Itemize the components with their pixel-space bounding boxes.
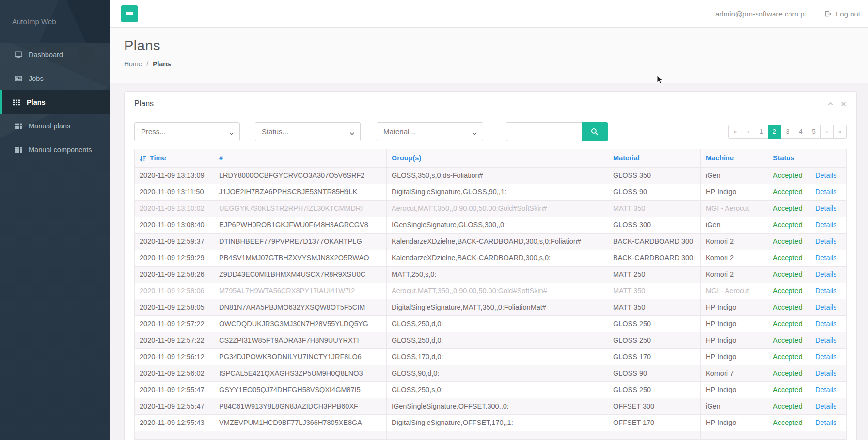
column-header-material[interactable]: Material	[608, 149, 701, 168]
machine-cell: HP Indigo	[701, 316, 758, 332]
spacer-cell	[758, 365, 768, 382]
column-header-group-s-[interactable]: Group(s)	[387, 149, 608, 168]
status-cell: Accepted	[768, 217, 810, 234]
status-cell: Accepted	[768, 250, 810, 267]
groups-cell: GLOSS,90,d,0:	[387, 365, 608, 382]
status-cell	[768, 431, 810, 440]
page-header: Plans Home / Plans	[110, 28, 868, 83]
time-cell: 2020-11-09 12:58:05	[135, 299, 214, 316]
collapse-panel-button chevron-up-icon[interactable]	[827, 101, 834, 107]
plan-id-cell: M795AL7H9WTA56CRX8PY17IAUI41W7I2	[214, 283, 387, 299]
pagination-last[interactable]: »	[833, 125, 847, 139]
plan-id-cell: ISPCAL5E421QXAGHS3ZP5UM9H0Q8LNO3	[214, 365, 387, 382]
pagination-page-2[interactable]: 2	[768, 125, 781, 139]
column-header--[interactable]: #	[214, 149, 387, 168]
table-row: 2020-11-09 12:56:02ISPCAL5E421QXAGHS3ZP5…	[135, 365, 847, 382]
material-filter-select[interactable]: Material...	[377, 122, 483, 141]
time-cell: 2020-11-09 12:58:26	[135, 267, 214, 283]
chevron-down-icon	[229, 129, 234, 135]
spacer-cell	[758, 431, 768, 440]
time-cell: 2020-11-09 12:56:12	[135, 349, 214, 365]
details-link[interactable]: Details	[815, 303, 836, 311]
pagination-next[interactable]: ›	[820, 125, 834, 139]
sidebar-item-label: Manual components	[29, 146, 92, 154]
details-cell: Details	[810, 349, 847, 365]
details-link[interactable]: Details	[815, 270, 836, 278]
sign-out-icon	[824, 10, 832, 17]
breadcrumb-home-link[interactable]: Home	[124, 60, 142, 68]
pagination-page-1[interactable]: 1	[755, 125, 768, 139]
time-cell: 2020-11-09 12:55:47	[135, 382, 214, 398]
details-cell: Details	[810, 201, 847, 217]
groups-cell: IGenSingleSignature,GLOSS,300,,0:	[387, 217, 608, 234]
column-header-time[interactable]: Time	[135, 149, 214, 168]
details-link[interactable]: Details	[815, 221, 836, 229]
time-cell: 2020-11-09 12:57:22	[135, 316, 214, 332]
sidebar-item-jobs[interactable]: Jobs	[0, 66, 110, 90]
logout-button[interactable]: Log out	[824, 10, 860, 18]
details-cell: Details	[810, 332, 847, 349]
sidebar-item-dashboard[interactable]: Dashboard	[0, 43, 110, 66]
details-link[interactable]: Details	[815, 237, 836, 245]
status-filter-select[interactable]: Status...	[255, 122, 361, 141]
search-icon	[591, 128, 599, 136]
table-row: 2020-11-09 13:10:02UEGGYK7S0KLSTR2RPH7IZ…	[135, 201, 847, 217]
press-filter-select[interactable]: Press...	[134, 122, 240, 141]
status-cell: Accepted	[768, 299, 810, 316]
details-link[interactable]: Details	[815, 254, 836, 262]
plan-id-cell: OWCDQDUKJR3G3MJ30N7H28V55YLDQ5YG	[214, 316, 387, 332]
status-cell: Accepted	[768, 184, 810, 201]
sidebar-item-manual-plans[interactable]: Manual plans	[0, 114, 110, 138]
details-link[interactable]: Details	[815, 353, 836, 361]
column-header-status[interactable]: Status	[768, 149, 810, 168]
sidebar-toggle-button[interactable]	[121, 5, 138, 22]
panel-title: Plans	[134, 99, 154, 108]
table-row: 2020-11-09 12:55:43VMZEVPUM1HCD9BF77LJ36…	[135, 415, 847, 431]
panel-header: Plans	[125, 92, 856, 116]
pagination-page-5[interactable]: 5	[807, 125, 821, 139]
groups-cell: GLOSS,350,s,0:ds-Foliation#	[387, 168, 608, 184]
details-link[interactable]: Details	[815, 172, 836, 179]
material-cell	[608, 431, 701, 440]
details-link[interactable]: Details	[815, 419, 836, 426]
plan-id-cell: VMZEVPUM1HCD9BF77LJ366H7805XE8GA	[214, 415, 387, 431]
machine-cell: HP Indigo	[701, 184, 758, 201]
details-link[interactable]: Details	[815, 287, 836, 295]
table-row: 2020-11-09 12:58:26Z9DD43EC0MI1BHMXM4USC…	[135, 267, 847, 283]
sidebar-menu: DashboardJobsPlansManual plansManual com…	[0, 43, 110, 161]
search-button[interactable]	[582, 122, 608, 141]
pagination-first[interactable]: «	[728, 125, 742, 139]
details-cell: Details	[810, 382, 847, 398]
details-link[interactable]: Details	[815, 369, 836, 377]
content-area: Plans Press... Status...	[110, 83, 868, 440]
spacer-cell	[758, 332, 768, 349]
search-input[interactable]	[506, 122, 582, 141]
chevron-down-icon	[472, 129, 477, 135]
details-cell: Details	[810, 365, 847, 382]
details-link[interactable]: Details	[815, 320, 836, 328]
details-link[interactable]: Details	[815, 386, 836, 393]
table-row	[135, 431, 847, 440]
status-cell: Accepted	[768, 168, 810, 184]
spacer-cell	[758, 201, 768, 217]
status-cell: Accepted	[768, 382, 810, 398]
details-link[interactable]: Details	[815, 204, 836, 212]
material-cell: GLOSS 250	[608, 382, 701, 398]
details-cell	[810, 431, 847, 440]
machine-cell: Komori 2	[701, 250, 758, 267]
pagination-page-4[interactable]: 4	[794, 125, 807, 139]
details-link[interactable]: Details	[815, 188, 836, 196]
details-link[interactable]: Details	[815, 336, 836, 344]
breadcrumb: Home / Plans	[124, 60, 854, 68]
details-cell: Details	[810, 217, 847, 234]
pagination-page-3[interactable]: 3	[781, 125, 794, 139]
close-panel-button close-icon[interactable]	[840, 101, 847, 107]
table-row: 2020-11-09 12:56:12PG34DJPOWKBODNILYU7IN…	[135, 349, 847, 365]
sidebar-item-plans[interactable]: Plans	[0, 90, 110, 114]
pagination-prev[interactable]: ‹	[742, 125, 755, 139]
search-group	[506, 122, 608, 141]
details-link[interactable]: Details	[815, 402, 836, 410]
column-header-machine[interactable]: Machine	[701, 149, 758, 168]
sidebar-item-manual-components[interactable]: Manual components	[0, 138, 110, 161]
plan-id-cell: LRDY8000OCBFGYCRVCO3A307O5V6SRF2	[214, 168, 387, 184]
